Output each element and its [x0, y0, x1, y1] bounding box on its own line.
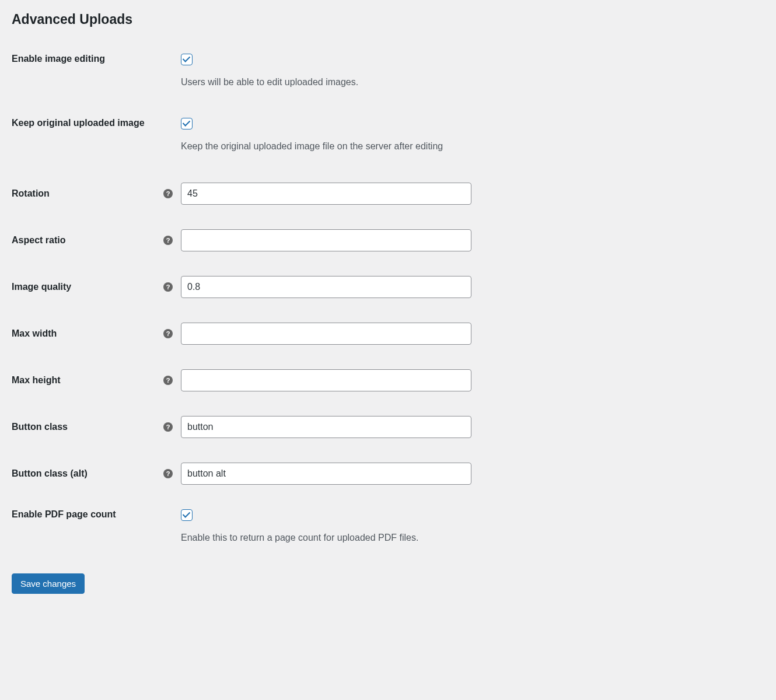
help-icon[interactable]: ?	[163, 236, 173, 245]
checkbox-enable-pdf-page-count[interactable]	[181, 509, 193, 521]
row-button-class: Button class ?	[12, 416, 764, 438]
input-button-class[interactable]	[181, 416, 471, 438]
help-icon[interactable]: ?	[163, 422, 173, 432]
label-button-class: Button class	[12, 422, 68, 432]
label-button-class-alt: Button class (alt)	[12, 468, 88, 479]
input-aspect-ratio[interactable]	[181, 229, 471, 251]
row-rotation: Rotation ?	[12, 183, 764, 205]
description-keep-original: Keep the original uploaded image file on…	[181, 140, 484, 153]
row-aspect-ratio: Aspect ratio ?	[12, 229, 764, 251]
description-enable-image-editing: Users will be able to edit uploaded imag…	[181, 76, 484, 89]
row-enable-image-editing: Enable image editing Users will be able …	[12, 54, 764, 89]
row-max-width: Max width ?	[12, 323, 764, 345]
label-max-width: Max width	[12, 328, 57, 339]
label-image-quality: Image quality	[12, 282, 71, 292]
input-max-height[interactable]	[181, 369, 471, 391]
help-icon[interactable]: ?	[163, 189, 173, 198]
help-icon[interactable]: ?	[163, 329, 173, 338]
label-rotation: Rotation	[12, 188, 50, 199]
row-keep-original: Keep original uploaded image Keep the or…	[12, 118, 764, 153]
help-icon[interactable]: ?	[163, 469, 173, 478]
label-aspect-ratio: Aspect ratio	[12, 235, 65, 246]
label-keep-original: Keep original uploaded image	[12, 118, 145, 128]
row-button-class-alt: Button class (alt) ?	[12, 463, 764, 485]
settings-form: Enable image editing Users will be able …	[12, 54, 764, 594]
description-enable-pdf-page-count: Enable this to return a page count for u…	[181, 531, 484, 544]
row-enable-pdf-page-count: Enable PDF page count Enable this to ret…	[12, 509, 764, 544]
row-max-height: Max height ?	[12, 369, 764, 391]
save-button[interactable]: Save changes	[12, 573, 85, 594]
row-image-quality: Image quality ?	[12, 276, 764, 298]
help-icon[interactable]: ?	[163, 376, 173, 385]
input-max-width[interactable]	[181, 323, 471, 345]
submit-area: Save changes	[12, 573, 764, 594]
input-button-class-alt[interactable]	[181, 463, 471, 485]
input-rotation[interactable]	[181, 183, 471, 205]
section-title: Advanced Uploads	[12, 12, 764, 27]
checkbox-keep-original[interactable]	[181, 118, 193, 130]
help-icon[interactable]: ?	[163, 282, 173, 292]
checkbox-enable-image-editing[interactable]	[181, 54, 193, 65]
label-enable-pdf-page-count: Enable PDF page count	[12, 509, 116, 520]
input-image-quality[interactable]	[181, 276, 471, 298]
label-max-height: Max height	[12, 375, 61, 386]
label-enable-image-editing: Enable image editing	[12, 54, 105, 64]
